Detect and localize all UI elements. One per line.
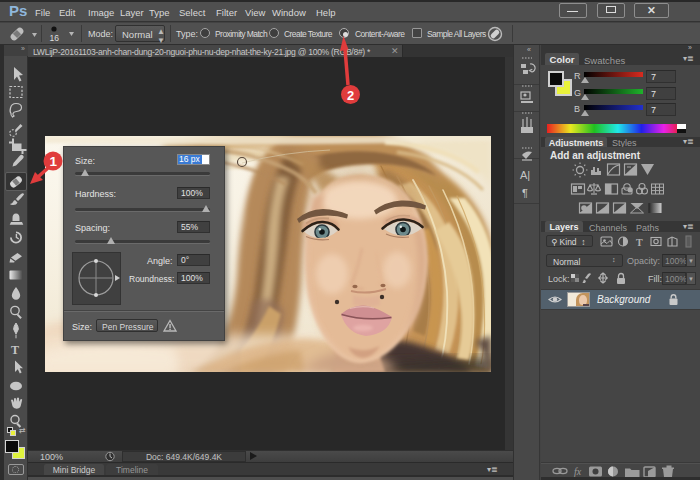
svg-text:¶: ¶ bbox=[522, 187, 528, 199]
svg-text:T: T bbox=[636, 237, 643, 248]
svg-text:fx: fx bbox=[574, 466, 582, 477]
svg-text:1: 1 bbox=[50, 154, 58, 169]
svg-text:2: 2 bbox=[347, 88, 354, 103]
svg-text:16: 16 bbox=[50, 33, 60, 43]
svg-text:T: T bbox=[11, 343, 19, 357]
svg-text:A|: A| bbox=[520, 169, 530, 181]
